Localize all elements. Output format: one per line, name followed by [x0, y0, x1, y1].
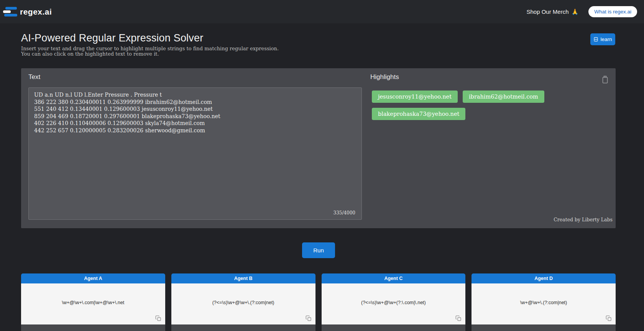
text-line: 386 222 380 0.230400011 0.263999999 ibra… — [34, 99, 356, 106]
nav-right: Shop Our Merch 🙏 What is regex.ai — [526, 6, 637, 17]
agent-card-c: Agent C (?<=\s)\w+@\w+(?:\.com|\.net) — [322, 273, 466, 331]
learn-button[interactable]: learn — [590, 33, 615, 45]
text-line: 402 226 410 0.110400006 0.129600003 skyl… — [34, 120, 356, 127]
agent-card-a: Agent A \w+@\w+\.com|\w+@\w+\.net — [21, 273, 165, 331]
char-counter: 335/4000 — [334, 210, 356, 216]
text-line: UD a.n UD n.l UD l.Enter Pressure . Pres… — [34, 91, 356, 99]
page-title: AI-Powered Regular Expression Solver — [21, 32, 203, 44]
agent-card-title: Agent B — [171, 273, 315, 283]
copy-icon — [606, 315, 612, 321]
logo-stack-icon — [3, 7, 17, 16]
copy-icon — [455, 315, 462, 321]
page-subtitle-line2: You can also click on the highlighted te… — [21, 51, 159, 57]
agent-regex-result: (?<=\s)\w+@\w+\.(?:com|net) — [212, 300, 274, 305]
highlight-chips: jesusconroy11@yehoo.net ibrahim62@hotmei… — [372, 91, 602, 120]
text-section-label: Text — [28, 73, 40, 81]
agent-card-footer — [472, 324, 616, 331]
copy-regex-button[interactable] — [455, 315, 462, 321]
logo[interactable]: regex.ai — [3, 7, 52, 16]
top-nav: regex.ai Shop Our Merch 🙏 What is regex.… — [0, 0, 644, 23]
highlight-chip[interactable]: jesusconroy11@yehoo.net — [372, 91, 458, 103]
main-panel: Text UD a.n UD n.l UD l.Enter Pressure .… — [21, 68, 616, 228]
run-button[interactable]: Run — [302, 242, 335, 258]
text-line: 859 204 469 0.18720001 0.297600001 blake… — [34, 113, 356, 120]
agent-regex-result: (?<=\s)\w+@\w+(?:\.com|\.net) — [361, 300, 426, 305]
highlight-chip[interactable]: blakeprohaska73@yehoo.net — [372, 108, 465, 120]
page-subtitle-line1: Insert your text and drag the cursor to … — [21, 46, 279, 51]
highlight-chip[interactable]: ibrahim62@hotmeil.com — [463, 91, 544, 103]
what-is-regex-button[interactable]: What is regex.ai — [588, 6, 637, 17]
agent-card-title: Agent C — [322, 273, 466, 283]
agent-card-b: Agent B (?<=\s)\w+@\w+\.(?:com|net) — [171, 273, 315, 331]
agent-card-footer — [21, 324, 165, 331]
learn-button-label: learn — [600, 36, 612, 42]
folded-hands-emoji: 🙏 — [571, 8, 578, 15]
text-input[interactable]: UD a.n UD n.l UD l.Enter Pressure . Pres… — [28, 87, 362, 220]
agent-card-title: Agent A — [21, 273, 165, 283]
agent-card-title: Agent D — [472, 273, 616, 283]
credit-text: Created by Liberty Labs — [554, 217, 613, 222]
agents-row: Agent A \w+@\w+\.com|\w+@\w+\.net Agent … — [21, 273, 616, 331]
text-line: 551 240 412 0.13440001 0.129600003 jesus… — [34, 105, 356, 113]
copy-regex-button[interactable] — [155, 315, 161, 321]
copy-icon — [155, 315, 161, 321]
clear-highlights-button[interactable] — [601, 75, 609, 84]
copy-regex-button[interactable] — [306, 315, 312, 321]
trash-icon — [601, 75, 609, 84]
copy-regex-button[interactable] — [606, 315, 612, 321]
agent-regex-result: \w+@\w+\.(?:com|net) — [520, 300, 567, 305]
agent-card-footer — [171, 324, 315, 331]
book-icon — [593, 37, 598, 42]
shop-merch-label: Shop Our Merch — [526, 8, 568, 15]
agent-regex-result: \w+@\w+\.com|\w+@\w+\.net — [62, 300, 125, 305]
logo-text: regex.ai — [20, 7, 52, 16]
shop-merch-link[interactable]: Shop Our Merch 🙏 — [526, 8, 578, 15]
agent-card-footer — [322, 324, 466, 331]
agent-card-d: Agent D \w+@\w+\.(?:com|net) — [472, 273, 616, 331]
copy-icon — [306, 315, 312, 321]
text-line: 442 252 657 0.120000005 0.283200026 sher… — [34, 127, 356, 134]
highlights-section-label: Highlights — [370, 73, 399, 81]
